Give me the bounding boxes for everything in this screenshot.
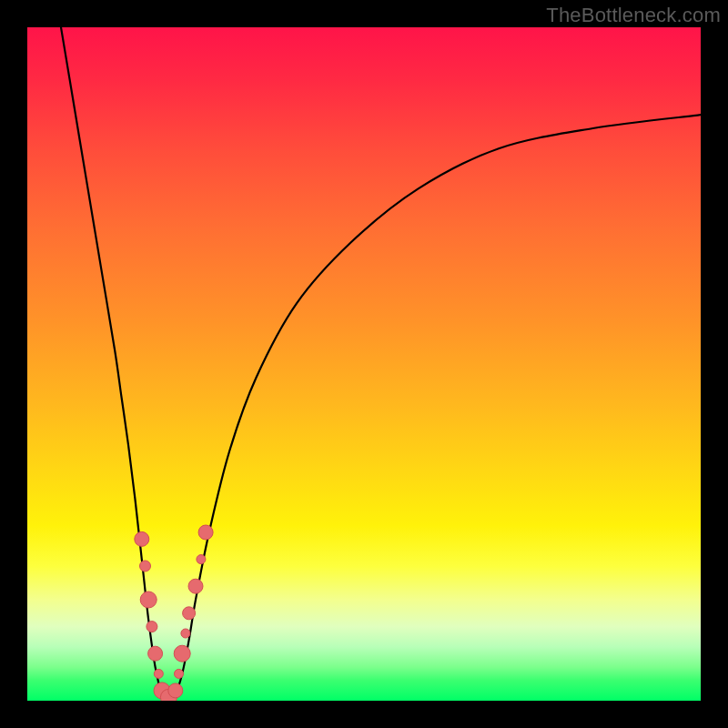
marker-dot xyxy=(148,646,163,661)
marker-dot xyxy=(198,525,213,540)
marker-dot xyxy=(147,622,157,632)
marker-dot xyxy=(154,669,163,678)
marker-dot xyxy=(140,561,151,571)
marker-dot xyxy=(188,579,203,593)
bottleneck-curve-svg xyxy=(27,27,701,701)
chart-frame: TheBottleneck.com xyxy=(0,0,728,728)
marker-dot xyxy=(181,629,190,638)
marker-group xyxy=(135,525,213,701)
marker-dot xyxy=(168,683,183,698)
plot-area xyxy=(27,27,701,701)
marker-dot xyxy=(140,592,157,608)
marker-dot xyxy=(175,669,184,678)
watermark-text: TheBottleneck.com xyxy=(546,4,721,27)
marker-dot xyxy=(197,555,206,564)
marker-dot xyxy=(174,645,190,662)
marker-dot xyxy=(183,607,196,620)
marker-dot xyxy=(135,531,149,546)
